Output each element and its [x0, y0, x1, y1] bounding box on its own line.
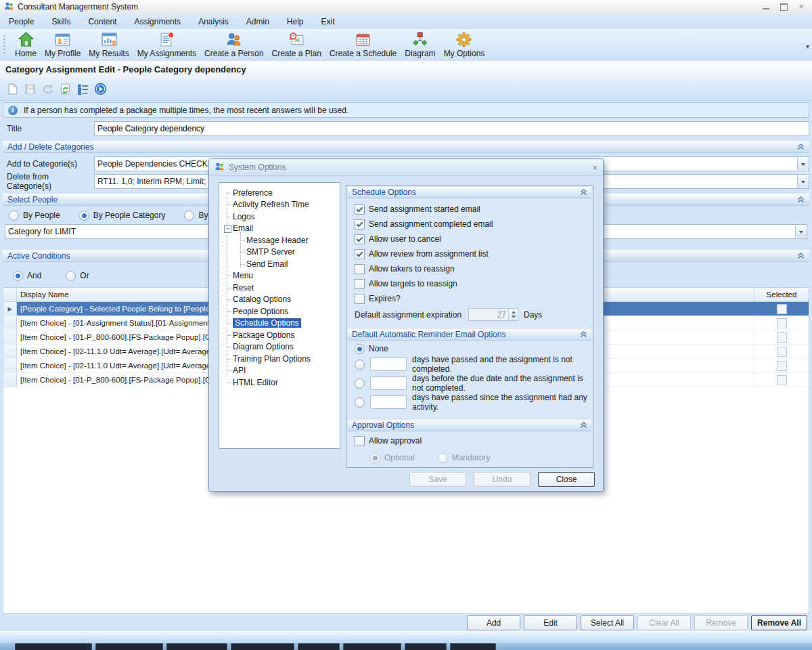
- reminder-options-header[interactable]: Default Automatic Reminder Email Options: [348, 329, 591, 341]
- radio-and[interactable]: And: [13, 271, 41, 281]
- menu-analysis[interactable]: Analysis: [189, 14, 238, 29]
- toolbar-create-person[interactable]: Create a Person: [200, 29, 267, 59]
- tree-item-diagram-options[interactable]: Diagram Options: [219, 341, 340, 353]
- row-selected-checkbox[interactable]: [777, 304, 787, 314]
- tree-item-people-options[interactable]: People Options: [219, 305, 340, 318]
- menu-assignments[interactable]: Assignments: [125, 14, 189, 29]
- tree-item-menu[interactable]: Menu: [219, 270, 340, 282]
- tree-item-package-options[interactable]: Package Options: [219, 329, 340, 341]
- dropdown-arrow-icon[interactable]: [797, 158, 809, 170]
- tree-item-email[interactable]: −Email: [219, 223, 340, 235]
- taskbar-window-button[interactable]: [343, 643, 401, 650]
- tree-collapse-icon[interactable]: −: [224, 225, 231, 233]
- checkbox-allow-targets-reassign[interactable]: Allow targets to reassign: [355, 278, 457, 289]
- row-selected-checkbox[interactable]: [777, 361, 787, 371]
- toolbar-my-options[interactable]: My Options: [440, 29, 489, 59]
- checkbox-send-started-email[interactable]: Send assignment started email: [355, 204, 480, 215]
- taskbar-window-button[interactable]: [166, 643, 227, 650]
- row-selected-checkbox[interactable]: [777, 375, 787, 385]
- checkbox-allow-takers-reassign[interactable]: Allow takers to reassign: [355, 263, 455, 274]
- tree-item-activity-refresh-time[interactable]: Activity Refresh Time: [219, 199, 340, 211]
- tree-item-logos[interactable]: Logos: [219, 211, 340, 223]
- tree-item-api[interactable]: API: [219, 365, 340, 377]
- toolbar-overflow-icon[interactable]: ▾: [806, 43, 809, 50]
- tree-item-smtp-server[interactable]: SMTP Server: [219, 246, 340, 259]
- close-button[interactable]: Close: [538, 472, 595, 487]
- column-selected[interactable]: Selected: [754, 288, 809, 301]
- collapse-chevron-icon[interactable]: [580, 189, 587, 196]
- undo-icon[interactable]: [41, 83, 54, 95]
- taskbar-window-button[interactable]: [298, 643, 340, 650]
- checkbox-send-completed-email[interactable]: Send assignment completed email: [355, 219, 493, 230]
- menu-skills[interactable]: Skills: [43, 14, 79, 29]
- menu-exit[interactable]: Exit: [313, 14, 344, 29]
- tree-item-reset[interactable]: Reset: [219, 282, 340, 294]
- toolbar-my-assignments[interactable]: My Assignments: [133, 29, 200, 59]
- days-input[interactable]: [370, 358, 407, 371]
- days-input[interactable]: [370, 376, 407, 390]
- dropdown-arrow-icon[interactable]: [797, 175, 809, 188]
- save-icon[interactable]: [24, 83, 37, 95]
- toolbar-home[interactable]: Home: [11, 29, 41, 59]
- add-button[interactable]: Add: [467, 615, 520, 630]
- checkbox-allow-approval[interactable]: Allow approval: [355, 435, 422, 446]
- tree-item-message-header[interactable]: Message Header: [219, 234, 340, 246]
- tree-item-send-email[interactable]: Send Email: [219, 258, 340, 270]
- checkbox-allow-review[interactable]: Allow review from assignment list: [355, 248, 489, 259]
- maximize-icon[interactable]: [780, 3, 788, 11]
- title-input[interactable]: [95, 122, 809, 135]
- approval-options-header[interactable]: Approval Options: [348, 420, 591, 431]
- menu-people[interactable]: People: [0, 14, 43, 29]
- edit-button[interactable]: Edit: [524, 615, 577, 630]
- radio-reminder-before-due[interactable]: days before the due date and the assignm…: [355, 378, 593, 389]
- row-selected-checkbox[interactable]: [777, 318, 787, 328]
- checkbox-allow-user-cancel[interactable]: Allow user to cancel: [355, 234, 441, 244]
- toolbar-create-plan[interactable]: Create a Plan: [267, 29, 325, 59]
- toolbar-diagram[interactable]: Diagram: [401, 29, 439, 59]
- run-icon[interactable]: [94, 83, 107, 95]
- menu-admin[interactable]: Admin: [238, 14, 278, 29]
- collapse-chevron-icon[interactable]: [580, 331, 587, 338]
- checkbox-expires[interactable]: Expires?: [355, 293, 401, 304]
- new-record-icon[interactable]: [6, 83, 19, 95]
- dialog-titlebar[interactable]: System Options ×: [209, 159, 603, 176]
- taskbar-window-button[interactable]: [405, 643, 447, 650]
- tree-item-catalog-options[interactable]: Catalog Options: [219, 294, 340, 306]
- radio-by-people[interactable]: By People: [9, 211, 60, 221]
- toolbar-my-profile[interactable]: My Profile: [41, 29, 85, 59]
- dropdown-arrow-icon[interactable]: [795, 225, 807, 238]
- taskbar-window-button[interactable]: [231, 643, 294, 650]
- taskbar-window-button[interactable]: [95, 643, 163, 650]
- toolbar-my-results[interactable]: My Results: [85, 29, 133, 59]
- dialog-close-icon[interactable]: ×: [592, 162, 597, 173]
- remove-all-button[interactable]: Remove All: [751, 615, 807, 630]
- tree-item-preference[interactable]: Preference: [219, 187, 340, 199]
- radio-reminder-days-passed[interactable]: days have passed and the assignment is n…: [355, 359, 593, 370]
- list-icon[interactable]: [76, 83, 89, 95]
- toolbar-create-schedule[interactable]: Create a Schedule: [325, 29, 401, 59]
- row-selected-checkbox[interactable]: [777, 347, 787, 357]
- tree-item-training-plan-options[interactable]: Training Plan Options: [219, 353, 340, 365]
- radio-by-people-category[interactable]: By People Category: [79, 211, 166, 221]
- tree-item-schedule-options[interactable]: Schedule Options: [219, 318, 340, 330]
- radio-reminder-none[interactable]: None: [355, 343, 388, 354]
- collapse-chevron-icon[interactable]: [797, 144, 805, 150]
- days-input[interactable]: [370, 395, 407, 409]
- collapse-chevron-icon[interactable]: [797, 196, 805, 203]
- radio-reminder-no-activity[interactable]: days have passed since the assignment ha…: [355, 397, 593, 408]
- spinner-arrows-icon[interactable]: [508, 309, 518, 320]
- close-window-icon[interactable]: ×: [798, 3, 804, 10]
- menu-help[interactable]: Help: [278, 14, 313, 29]
- schedule-options-header[interactable]: Schedule Options: [348, 187, 591, 198]
- select-all-button[interactable]: Select All: [581, 615, 634, 630]
- tree-item-html-editor[interactable]: HTML Editor: [219, 376, 340, 389]
- refresh-icon[interactable]: [59, 83, 72, 95]
- toolbar-grip[interactable]: [3, 35, 5, 54]
- taskbar-window-button[interactable]: [450, 643, 496, 650]
- radio-or[interactable]: Or: [66, 271, 89, 281]
- menu-content[interactable]: Content: [79, 14, 125, 29]
- collapse-chevron-icon[interactable]: [580, 422, 587, 429]
- row-selected-checkbox[interactable]: [777, 332, 787, 343]
- taskbar-window-button[interactable]: [15, 643, 92, 650]
- minimize-icon[interactable]: [763, 8, 769, 9]
